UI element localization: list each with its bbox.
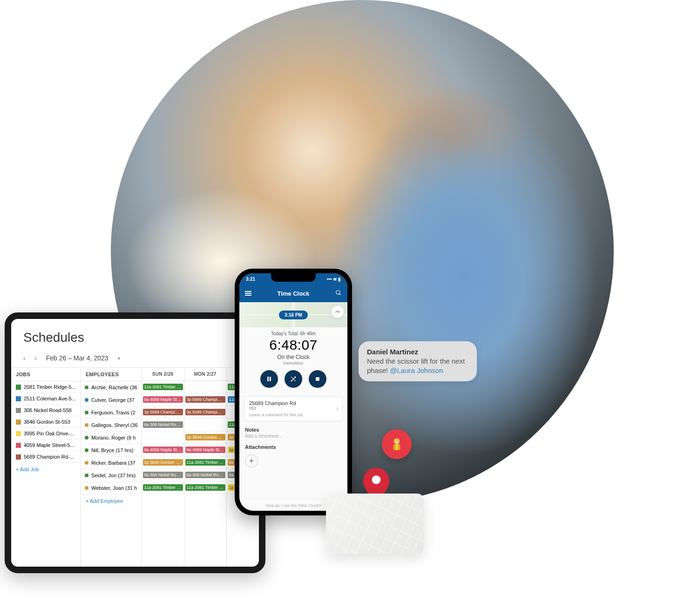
employee-name: Webster, Joan (31 h	[91, 485, 137, 491]
employee-row[interactable]: Culver, George (37	[81, 394, 142, 406]
schedule-cell[interactable]	[184, 381, 226, 393]
chat-sender: Daniel Martinez	[367, 348, 468, 356]
schedule-chip[interactable]: 11a 2081 Timber Ric	[185, 484, 225, 491]
schedule-cell[interactable]: 6a 306 Nickel Road-5	[142, 419, 184, 431]
job-swatch	[16, 443, 21, 448]
job-label: 2081 Timber Ridge-5...	[24, 384, 76, 390]
schedule-cell[interactable]: 9a 4059 Maple Stree	[184, 444, 226, 456]
worker-avatar	[382, 429, 412, 459]
status-icons: ••• ≋ ▮	[327, 277, 341, 282]
schedule-cell[interactable]: 6a 306 Nickel Road-5	[184, 469, 226, 481]
schedule-cell[interactable]: 3p 5689 Champion F	[142, 406, 184, 419]
employee-row[interactable]: Ricker, Barbara (37	[81, 457, 142, 469]
employee-row[interactable]: Morano, Roger (8 h	[81, 432, 142, 444]
job-row[interactable]: 2081 Timber Ridge-5...	[11, 381, 81, 393]
schedule-chip[interactable]: 11a 2081 Timber Rid	[185, 459, 225, 466]
employee-dot	[85, 436, 88, 440]
day-header: MON 2/27	[184, 368, 226, 381]
job-row[interactable]: 2511 Coleman Ave-5...	[11, 393, 81, 405]
employee-name: Nill, Bryce (17 hrs)	[91, 447, 133, 453]
search-button[interactable]	[335, 290, 342, 298]
chat-bubble: Daniel Martinez Need the scissor lift fo…	[359, 341, 477, 381]
schedule-chip[interactable]: 3p 5689 Champion F	[185, 409, 225, 415]
schedule-cell[interactable]: 9a 4059 Maple Stree	[142, 393, 184, 406]
svg-rect-9	[396, 444, 398, 450]
employee-row[interactable]: Seidel, Jon (37 hrs)	[81, 469, 142, 482]
schedule-chip[interactable]: 11a 2081 Timber Rid	[143, 484, 183, 491]
schedule-chip[interactable]: 6a 306 Nickel Road-5	[185, 472, 225, 478]
schedule-cell[interactable]: 11a 2081 Timber Ric	[184, 481, 226, 494]
schedule-cell[interactable]: 3p 5689 Champion F	[184, 393, 226, 406]
employee-row[interactable]: Nill, Bryce (17 hrs)	[81, 444, 142, 457]
job-card[interactable]: 25689 Champion Rd 552 Leave a comment fo…	[244, 396, 343, 421]
job-swatch	[16, 385, 21, 390]
map-card[interactable]	[326, 494, 424, 554]
add-job-button[interactable]: + Add Job	[11, 463, 81, 476]
schedule-cell[interactable]: 1p 3846 Gordon St-5	[142, 456, 184, 469]
job-code: 552	[249, 406, 338, 411]
schedule-cell[interactable]: 9a 4059 Maple Stree	[142, 444, 184, 456]
job-swatch	[16, 420, 21, 425]
svg-point-0	[336, 290, 340, 294]
schedule-chip[interactable]: 1p 3846 Gordon St-5	[143, 459, 183, 466]
add-attachment-button[interactable]: +	[245, 454, 258, 467]
schedule-chip[interactable]: 1p 3846 Gordon St-5	[185, 434, 225, 440]
schedule-chip[interactable]: 3p 5689 Champion F	[185, 396, 225, 403]
employee-name: Morano, Roger (8 h	[91, 435, 136, 440]
schedule-cell[interactable]: 11a 2081 Timber Rid	[142, 481, 184, 494]
schedule-chip[interactable]: 9a 4059 Maple Stree	[143, 396, 183, 403]
employee-name: Archie, Rachelle (36	[91, 385, 137, 390]
day-column: MON 2/273p 5689 Champion F3p 5689 Champi…	[184, 368, 227, 567]
employee-row[interactable]: Archie, Rachelle (36	[81, 381, 142, 394]
job-swatch	[16, 431, 21, 436]
employee-row[interactable]: Gallegos, Sheryl (36	[81, 419, 142, 432]
job-swatch	[16, 396, 21, 401]
job-label: 2511 Coleman Ave-5...	[24, 396, 76, 401]
svg-rect-3	[270, 377, 271, 381]
notes-hint[interactable]: Add a timesheet...	[239, 433, 347, 439]
schedule-cell[interactable]	[184, 419, 226, 431]
chat-mention[interactable]: @Laura Johnson	[390, 366, 443, 374]
employee-row[interactable]: Webster, Joan (31 h	[81, 482, 142, 494]
day-header: SUN 2/26	[142, 368, 184, 381]
job-row[interactable]: 306 Nickel Road-558	[11, 405, 81, 416]
employee-dot	[85, 398, 88, 402]
schedule-cell[interactable]: 11a 2081 Timber Rid	[184, 456, 226, 469]
job-row[interactable]: 5689 Champion Rd-...	[11, 451, 81, 463]
day-column: SUN 2/2611a 2081 Timber Rid9a 4059 Maple…	[142, 368, 184, 567]
employee-row[interactable]: Ferguson, Travis (2	[81, 406, 142, 419]
map-strip[interactable]: 3:16 PM	[239, 302, 347, 327]
date-range[interactable]: Feb 26 – Mar 4, 2023	[46, 354, 108, 362]
schedule-cell[interactable]: 3p 5689 Champion F	[184, 406, 226, 419]
todays-total: Today's Total: 6h 48m	[239, 331, 347, 336]
pause-button[interactable]	[260, 370, 278, 388]
employee-name: Ferguson, Travis (2	[91, 410, 136, 415]
prev-week-button[interactable]: ‹	[23, 355, 25, 362]
job-label: 306 Nickel Road-558	[24, 407, 72, 413]
add-employee-button[interactable]: + Add Employee	[81, 494, 142, 508]
schedule-chip[interactable]: 6a 306 Nickel Road-5	[143, 421, 183, 428]
schedule-chip[interactable]: 9a 4059 Maple Stree	[185, 447, 225, 453]
notch	[271, 273, 316, 282]
job-row[interactable]: 4059 Maple Street-5...	[11, 440, 81, 451]
switch-button[interactable]	[285, 370, 302, 388]
phone-device: 3:21 ••• ≋ ▮ Time Clock 3:16 PM Today's …	[235, 269, 352, 515]
employee-name: Gallegos, Sheryl (36	[91, 422, 138, 428]
expand-map-button[interactable]	[332, 306, 344, 318]
status-bar: 3:21 ••• ≋ ▮	[239, 273, 347, 284]
job-label: 3995 Pin Oak Drive-...	[24, 431, 74, 436]
menu-button[interactable]	[245, 291, 251, 296]
schedule-cell[interactable]: 1p 3846 Gordon St-5	[184, 431, 226, 444]
schedule-chip[interactable]: 9a 4059 Maple Stree	[143, 447, 183, 453]
job-swatch	[16, 454, 21, 460]
schedule-chip[interactable]: 3p 5689 Champion F	[143, 409, 183, 415]
schedule-chip[interactable]: 11a 2081 Timber Rid	[143, 384, 183, 390]
job-row[interactable]: 3846 Gordon St-553	[11, 416, 81, 428]
schedule-cell[interactable]: 6a 306 Nickel Road-5	[142, 469, 184, 481]
schedule-cell[interactable]: 11a 2081 Timber Rid	[142, 381, 184, 393]
schedule-chip[interactable]: 6a 306 Nickel Road-5	[143, 472, 183, 478]
job-row[interactable]: 3995 Pin Oak Drive-...	[11, 428, 81, 440]
stop-button[interactable]	[309, 370, 326, 388]
next-week-button[interactable]: ›	[34, 355, 36, 362]
schedule-cell[interactable]	[142, 431, 184, 444]
